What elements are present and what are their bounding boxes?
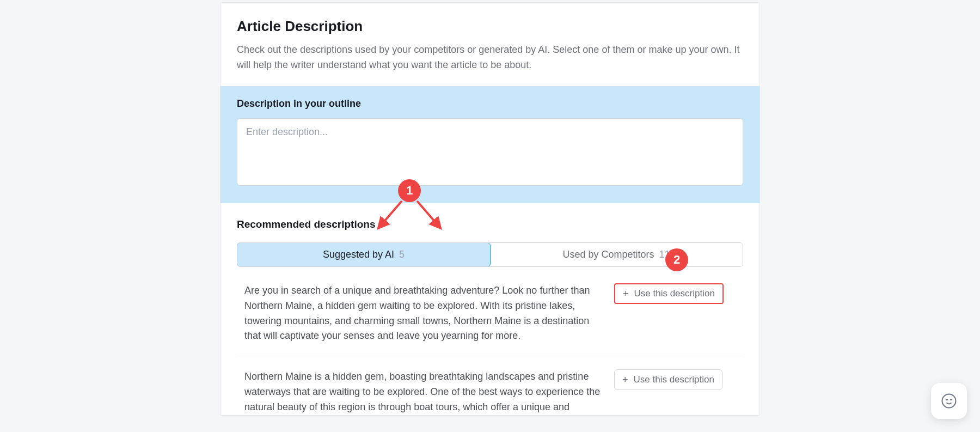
description-text: Northern Maine is a hidden gem, boasting…	[244, 369, 601, 415]
page-subtitle: Check out the descriptions used by your …	[237, 42, 743, 73]
article-description-card: Article Description Check out the descri…	[220, 2, 760, 416]
use-button-label: Use this description	[634, 374, 714, 385]
plus-icon: +	[622, 375, 628, 385]
use-button-label: Use this description	[634, 288, 715, 299]
description-input[interactable]	[237, 118, 743, 186]
card-header: Article Description Check out the descri…	[220, 3, 759, 86]
outline-description-section: Description in your outline	[220, 86, 759, 203]
outline-label: Description in your outline	[237, 98, 743, 109]
tab-suggested-by-ai[interactable]: Suggested by AI 5	[237, 242, 491, 267]
smiley-icon	[941, 393, 957, 409]
description-text: Are you in search of a unique and breath…	[244, 283, 601, 344]
tab-count: 5	[399, 249, 405, 260]
page-title: Article Description	[237, 18, 743, 35]
description-source-tabs: Suggested by AI 5 Used by Competitors 11	[237, 242, 743, 267]
svg-point-2	[942, 394, 956, 408]
svg-point-4	[951, 399, 952, 400]
description-row: Are you in search of a unique and breath…	[237, 283, 743, 357]
tab-count: 11	[659, 249, 670, 260]
recommended-heading: Recommended descriptions	[237, 218, 743, 230]
feedback-button[interactable]	[931, 383, 967, 419]
tab-label: Used by Competitors	[562, 249, 654, 260]
tab-label: Suggested by AI	[323, 249, 394, 260]
use-this-description-button[interactable]: + Use this description	[614, 369, 722, 390]
description-row: Northern Maine is a hidden gem, boasting…	[237, 369, 743, 415]
plus-icon: +	[623, 289, 629, 299]
recommended-section: Recommended descriptions Suggested by AI…	[220, 203, 759, 415]
tab-used-by-competitors[interactable]: Used by Competitors 11	[490, 243, 743, 266]
use-this-description-button[interactable]: + Use this description	[614, 283, 724, 304]
svg-point-3	[947, 399, 948, 400]
